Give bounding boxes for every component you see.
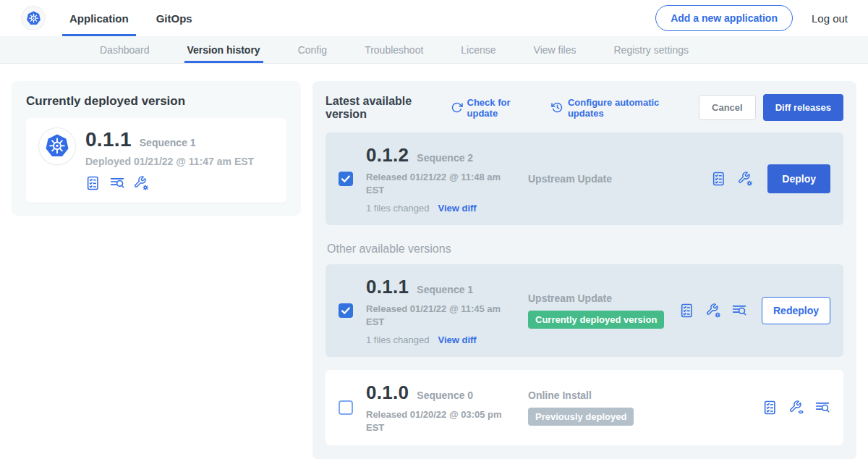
check-for-update-link[interactable]: Check for update [451,97,532,119]
version-row-0-1-1: 0.1.1 Sequence 1 Released 01/21/22 @ 11:… [326,264,843,357]
view-config-icon[interactable] [788,400,804,416]
files-changed-label: 1 files changed [366,203,429,214]
version-sequence: Sequence 1 [417,284,473,295]
tab-gitops-label: GitOps [156,12,192,25]
configure-automatic-updates-link[interactable]: Configure automatic updates [551,97,680,119]
version-row-0-1-2: 0.1.2 Sequence 2 Released 01/21/22 @ 11:… [326,132,843,225]
main-content: Currently deployed version 0.1.1 Sequenc… [0,64,868,459]
deployed-column: Currently deployed version 0.1.1 Sequenc… [12,81,301,216]
version-actions: Deploy [711,164,830,193]
version-actions: Redeploy [679,297,830,324]
other-versions-title: Other available versions [327,243,843,256]
deploy-logs-icon[interactable] [109,175,125,191]
version-info: 0.1.2 Sequence 2 Released 01/21/22 @ 11:… [366,144,516,214]
tab-troubleshoot[interactable]: Troubleshoot [365,36,423,63]
version-number: 0.1.1 [366,276,409,298]
tab-version-history[interactable]: Version history [187,36,260,63]
deploy-logs-icon[interactable] [731,303,747,319]
schedule-history-icon [551,101,563,114]
version-source-column: Upstream Update Currently deployed versi… [516,292,679,329]
deployed-card-title: Currently deployed version [26,94,286,109]
tab-view-files[interactable]: View files [534,36,576,63]
release-notes-icon[interactable] [679,303,695,319]
released-timestamp: Released 01/21/22 @ 11:45 am EST [366,303,503,328]
currently-deployed-card: Currently deployed version 0.1.1 Sequenc… [12,81,301,216]
add-application-button[interactable]: Add a new application [655,5,793,31]
version-number: 0.1.0 [366,382,409,404]
release-notes-icon[interactable] [85,175,101,191]
deployed-sequence: Sequence 1 [140,137,196,148]
diff-releases-button[interactable]: Diff releases [763,94,843,121]
version-checkbox[interactable] [339,303,353,318]
available-versions-panel: Latest available version Check for updat… [312,81,856,459]
version-actions [762,400,830,416]
config-icon[interactable] [737,171,753,187]
version-source: Upstream Update [528,292,679,304]
release-notes-icon[interactable] [711,171,727,187]
version-source: Upstream Update [528,173,711,185]
previously-deployed-badge: Previously deployed [528,408,634,426]
view-diff-link[interactable]: View diff [438,203,476,214]
check-for-update-label: Check for update [467,97,532,119]
cancel-button[interactable]: Cancel [699,95,756,120]
version-checkbox[interactable] [339,172,353,186]
deploy-button[interactable]: Deploy [767,164,830,193]
tab-config[interactable]: Config [298,36,327,63]
deployed-version-number: 0.1.1 [85,128,132,151]
released-timestamp: Released 01/20/22 @ 03:05 pm EST [366,408,503,434]
redeploy-button[interactable]: Redeploy [762,297,830,324]
panel-header: Latest available version Check for updat… [326,94,843,121]
version-checkbox[interactable] [339,400,353,415]
files-changed-label: 1 files changed [366,334,429,345]
kubernetes-logo [22,7,45,30]
tab-license[interactable]: License [461,36,495,63]
released-timestamp: Released 01/21/22 @ 11:48 am EST [366,171,503,196]
version-source: Online Install [528,389,762,401]
currently-deployed-badge: Currently deployed version [528,311,664,329]
app-sub-nav: Dashboard Version history Config Trouble… [0,36,868,64]
tab-gitops[interactable]: GitOps [156,0,192,36]
tab-application-label: Application [69,12,129,25]
tab-application[interactable]: Application [69,0,129,36]
app-kubernetes-logo [39,128,75,164]
version-info: 0.1.1 Sequence 1 Released 01/21/22 @ 11:… [366,276,516,345]
version-sequence: Sequence 2 [417,152,473,164]
version-source-column: Upstream Update [516,173,711,185]
version-info: 0.1.0 Sequence 0 Released 01/20/22 @ 03:… [366,382,516,434]
deploy-logs-icon[interactable] [814,400,830,416]
view-diff-link[interactable]: View diff [438,334,476,345]
refresh-icon [451,101,463,114]
config-icon[interactable] [705,303,721,319]
version-source-column: Online Install Previously deployed [516,389,762,426]
config-icon[interactable] [133,175,149,191]
top-nav: Application GitOps Add a new application… [0,0,868,36]
tab-registry-settings[interactable]: Registry settings [613,36,688,63]
version-row-0-1-0: 0.1.0 Sequence 0 Released 01/20/22 @ 03:… [326,370,843,445]
logout-link[interactable]: Log out [812,12,848,25]
version-number: 0.1.2 [366,144,409,167]
version-sequence: Sequence 0 [417,389,473,401]
deployed-version-details: 0.1.1 Sequence 1 Deployed 01/21/22 @ 11:… [85,128,254,191]
deployed-version-card: 0.1.1 Sequence 1 Deployed 01/21/22 @ 11:… [26,118,286,203]
configure-updates-label: Configure automatic updates [568,97,680,119]
latest-available-title: Latest available version [326,95,441,121]
deployed-timestamp: Deployed 01/21/22 @ 11:47 am EST [85,156,254,167]
release-notes-icon[interactable] [762,400,778,416]
tab-dashboard[interactable]: Dashboard [100,36,150,63]
